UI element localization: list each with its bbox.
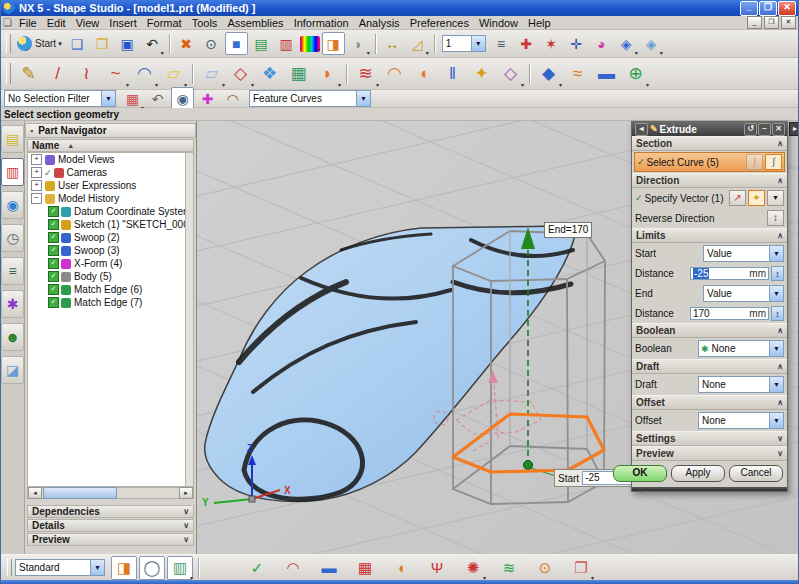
work-layer-dropdown[interactable]: ▼: [471, 36, 485, 51]
end-limit-dropdown[interactable]: ▼: [769, 286, 783, 301]
name-column-header[interactable]: Name ▲: [27, 139, 194, 152]
end-limit-combo[interactable]: Value ▼: [703, 285, 784, 302]
export-image-icon[interactable]: ❐▾: [568, 556, 594, 580]
tree-vertical-scrollbar[interactable]: [185, 152, 194, 487]
toolbar-handle[interactable]: [6, 63, 11, 85]
expand-icon[interactable]: +: [31, 167, 42, 178]
clip-section-icon[interactable]: ▥: [275, 32, 298, 55]
panel-pin-icon[interactable]: ▪: [30, 126, 33, 136]
menu-item-edit[interactable]: Edit: [42, 17, 71, 29]
work-layer-combo[interactable]: 1 ▼: [442, 35, 486, 52]
child-restore-button[interactable]: ❐: [764, 16, 779, 29]
start-distance-field[interactable]: -25 mm: [690, 267, 769, 280]
tree-item-model-history[interactable]: − Model History: [28, 192, 185, 205]
menu-item-insert[interactable]: Insert: [104, 17, 142, 29]
highlight-lines-icon[interactable]: ▬: [316, 556, 342, 580]
scroll-right-icon[interactable]: ▸: [179, 487, 193, 499]
curve-mesh-icon-dropdown[interactable]: ▾: [251, 81, 254, 88]
restore-snapshot-icon[interactable]: ◈▾: [640, 32, 663, 55]
restore-snapshot-icon-dropdown[interactable]: ▾: [660, 49, 663, 56]
feature-checkbox[interactable]: ✓: [48, 206, 59, 217]
vector-options-dropdown[interactable]: ▼: [767, 190, 784, 206]
feature-checkbox[interactable]: ✓: [48, 232, 59, 243]
title-bar[interactable]: NX 5 - Shape Studio - [model1.prt (Modif…: [1, 0, 798, 16]
tree-item-match-edge-6[interactable]: ✓ Match Edge (6): [28, 283, 185, 296]
menu-item-format[interactable]: Format: [142, 17, 187, 29]
swoop-surface-body[interactable]: [205, 226, 576, 502]
datum-plane-icon[interactable]: ▱▾: [160, 60, 187, 87]
extrude-dialog-titlebar[interactable]: ◂ ✎ Extrude ↺ − ✕: [632, 122, 787, 136]
visualization-icon[interactable]: ✱: [1, 290, 24, 318]
start-limit-dropdown[interactable]: ▼: [769, 246, 783, 261]
menu-item-preferences[interactable]: Preferences: [405, 17, 474, 29]
details-panel-header[interactable]: Details ∨: [27, 519, 194, 532]
part-navigator-header[interactable]: ▪ Part Navigator: [25, 123, 196, 138]
feature-checkbox[interactable]: ✓: [48, 271, 59, 282]
tree-item-user-expressions[interactable]: + User Expressions: [28, 179, 185, 192]
line-icon[interactable]: /: [44, 60, 71, 87]
point-set-icon[interactable]: ✶: [540, 32, 563, 55]
feature-checkbox[interactable]: ✓: [48, 284, 59, 295]
studio-spline-icon[interactable]: ~▾: [102, 60, 129, 87]
tree-item-datum-csys[interactable]: ✓ Datum Coordinate System (0): [28, 205, 185, 218]
draft-dropdown[interactable]: ▼: [769, 377, 783, 392]
unite-boolean-icon[interactable]: ⊕▾: [622, 60, 649, 87]
start-distance-spin[interactable]: ↕: [771, 266, 784, 281]
menu-item-tools[interactable]: Tools: [187, 17, 223, 29]
curve-select-button[interactable]: ∫: [765, 154, 782, 170]
start-drag-handle[interactable]: [524, 461, 533, 470]
offset-group-header[interactable]: Offset ∧: [632, 395, 787, 410]
child-minimize-button[interactable]: _: [747, 16, 762, 29]
tree-item-body[interactable]: ✓ Body (5): [28, 270, 185, 283]
end-distance-field[interactable]: 170 mm: [690, 307, 769, 320]
measure-angle-icon-dropdown[interactable]: ▾: [426, 49, 429, 56]
primitive-icon-dropdown[interactable]: ▾: [559, 81, 562, 88]
tree-item-swoop-3[interactable]: ✓ Swoop (3): [28, 244, 185, 257]
menu-item-view[interactable]: View: [71, 17, 105, 29]
scroll-left-icon[interactable]: ◂: [28, 487, 42, 499]
fit-view-icon[interactable]: ✖: [175, 32, 198, 55]
reverse-direction-row[interactable]: Reverse Direction ↕: [632, 208, 787, 228]
feature-checkbox[interactable]: ✓: [48, 258, 59, 269]
extrude-icon[interactable]: ▬: [593, 60, 620, 87]
section-sketch-button[interactable]: ∫: [746, 154, 763, 170]
dialog-close-button[interactable]: ✕: [772, 123, 785, 136]
snapshot-icon[interactable]: ◈▾: [615, 32, 638, 55]
dependencies-panel-header[interactable]: Dependencies ∨: [27, 505, 194, 518]
curvature-comb-icon[interactable]: Ψ: [424, 556, 450, 580]
studio-surface-icon-dropdown[interactable]: ▾: [338, 81, 341, 88]
scale-body-icon[interactable]: ✦: [468, 60, 495, 87]
measure-distance-icon[interactable]: ↔: [381, 32, 404, 55]
new-part-icon[interactable]: ❏: [66, 32, 89, 55]
preview-group-header[interactable]: Preview ∨: [632, 446, 787, 461]
static-wireframe-icon[interactable]: ◯: [139, 556, 165, 580]
collapse-icon[interactable]: −: [31, 193, 42, 204]
object-display-icon[interactable]: ◕: [590, 32, 613, 55]
settings-group-header[interactable]: Settings ∨: [632, 431, 787, 446]
end-distance-label[interactable]: End=170: [544, 222, 592, 238]
offset-combo[interactable]: None ▼: [698, 412, 784, 429]
dialog-rail-expand-button[interactable]: ▸: [789, 122, 799, 136]
apply-button[interactable]: Apply: [671, 465, 725, 482]
primitive-icon[interactable]: ◆▾: [535, 60, 562, 87]
studio-surface-icon[interactable]: ◗▾: [314, 60, 341, 87]
curve-mesh-icon[interactable]: ◇▾: [227, 60, 254, 87]
swoop-icon[interactable]: ◠▾: [131, 60, 158, 87]
toolbar-handle[interactable]: [6, 34, 11, 53]
scene-icon[interactable]: ◪: [1, 356, 24, 384]
undo-icon-dropdown[interactable]: ▾: [161, 49, 164, 56]
enhanced-section-icon[interactable]: ▤: [250, 32, 273, 55]
swept-icon[interactable]: ◠: [381, 60, 408, 87]
through-curves-icon-dropdown[interactable]: ▾: [376, 81, 379, 88]
selection-filter-dropdown[interactable]: ▼: [101, 91, 115, 106]
face-grid-icon[interactable]: ▦: [285, 60, 312, 87]
highlight-selection-icon[interactable]: ◉: [171, 87, 194, 110]
n-sided-surface-icon[interactable]: ◇▾: [497, 60, 524, 87]
open-part-icon[interactable]: ❐: [91, 32, 114, 55]
through-curves-icon[interactable]: ≋▾: [352, 60, 379, 87]
layer-settings-icon[interactable]: ≡: [490, 32, 513, 55]
dialog-reset-button[interactable]: ↺: [744, 123, 757, 136]
child-close-button[interactable]: ✕: [781, 16, 796, 29]
limits-group-header[interactable]: Limits ∧: [632, 228, 787, 243]
undo-icon[interactable]: ↶▾: [141, 32, 164, 55]
